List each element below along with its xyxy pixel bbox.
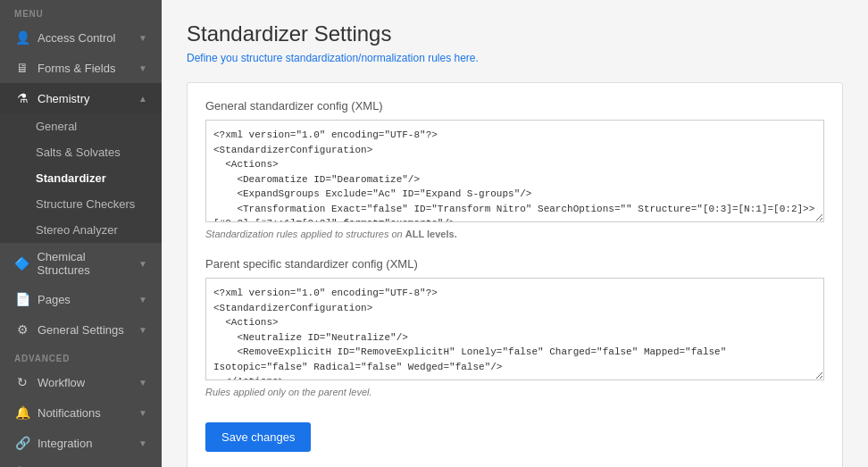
general-config-section: General standardizer config (XML) <?xml … xyxy=(205,99,824,239)
sidebar-item-integration[interactable]: 🔗 Integration ▼ xyxy=(0,428,162,458)
parent-config-note: Rules applied only on the parent level. xyxy=(205,387,824,397)
chevron-down-icon: ▼ xyxy=(138,33,147,43)
stereo-analyzer-label: Stereo Analyzer xyxy=(36,223,118,237)
sidebar-item-label: Notifications xyxy=(38,406,101,420)
sidebar-item-chemical-structures[interactable]: 🔷 Chemical Structures ▼ xyxy=(0,243,162,284)
person-icon: 👤 xyxy=(14,29,30,46)
sidebar-item-forms-fields[interactable]: 🖥 Forms & Fields ▼ xyxy=(0,53,162,83)
standardizer-label: Standardizer xyxy=(36,171,106,185)
sidebar-item-pages[interactable]: 📄 Pages ▼ xyxy=(0,284,162,314)
sidebar-item-label: Access Control xyxy=(38,31,115,45)
link-icon: 🔗 xyxy=(14,435,30,451)
chevron-down-icon: ▼ xyxy=(138,325,147,335)
chevron-down-icon: ▼ xyxy=(138,408,147,418)
sidebar-item-access-control[interactable]: 👤 Access Control ▼ xyxy=(0,22,162,53)
gear-icon: ⚙ xyxy=(14,321,30,338)
parent-config-label: Parent specific standardizer config (XML… xyxy=(205,257,824,271)
sidebar-item-label: General Settings xyxy=(38,323,124,337)
monitor-icon: 🖥 xyxy=(14,60,30,76)
advanced-section-label: ADVANCED xyxy=(0,345,162,367)
chevron-down-icon: ▼ xyxy=(138,63,147,73)
general-config-textarea[interactable]: <?xml version="1.0" encoding="UTF-8"?> <… xyxy=(205,120,824,222)
settings-card: General standardizer config (XML) <?xml … xyxy=(187,82,843,467)
general-label: General xyxy=(36,120,77,133)
sidebar-item-tools[interactable]: 🔧 Tools ▼ xyxy=(0,458,162,467)
diamond-icon: 🔷 xyxy=(14,255,29,271)
save-changes-button[interactable]: Save changes xyxy=(205,422,311,452)
chevron-up-icon: ▲ xyxy=(138,94,147,104)
sidebar-item-label: Forms & Fields xyxy=(38,62,115,75)
chevron-down-icon: ▼ xyxy=(138,378,147,388)
sidebar-item-stereo-analyzer[interactable]: Stereo Analyzer xyxy=(0,217,162,243)
chevron-down-icon: ▼ xyxy=(138,295,147,304)
sidebar-item-general-settings[interactable]: ⚙ General Settings ▼ xyxy=(0,314,162,345)
chevron-down-icon: ▼ xyxy=(138,438,147,448)
sidebar-item-salts-solvates[interactable]: Salts & Solvates xyxy=(0,139,162,165)
parent-config-section: Parent specific standardizer config (XML… xyxy=(205,257,824,397)
page-subtitle: Define you structure standardization/nor… xyxy=(187,52,843,64)
sidebar-item-chemistry[interactable]: ⚗ Chemistry ▲ xyxy=(0,83,162,113)
general-config-note-bold: ALL levels. xyxy=(405,229,457,239)
sidebar-item-standardizer[interactable]: Standardizer xyxy=(0,165,162,191)
page-icon: 📄 xyxy=(14,291,30,307)
sidebar-item-general[interactable]: General xyxy=(0,113,162,139)
general-config-note: Standardization rules applied to structu… xyxy=(205,229,824,239)
page-title: Standardizer Settings xyxy=(187,21,843,46)
sidebar-item-label: Chemical Structures xyxy=(37,250,138,277)
sidebar-item-structure-checkers[interactable]: Structure Checkers xyxy=(0,191,162,217)
bell-icon: 🔔 xyxy=(14,404,30,421)
flask-icon: ⚗ xyxy=(14,90,30,106)
parent-config-textarea[interactable]: <?xml version="1.0" encoding="UTF-8"?> <… xyxy=(205,278,824,380)
chevron-down-icon: ▼ xyxy=(138,259,147,269)
sidebar-item-notifications[interactable]: 🔔 Notifications ▼ xyxy=(0,397,162,428)
salts-label: Salts & Solvates xyxy=(36,146,121,159)
sidebar-item-label: Chemistry xyxy=(38,92,90,105)
sidebar-item-workflow[interactable]: ↻ Workflow ▼ xyxy=(0,367,162,397)
menu-section-label: MENU xyxy=(0,0,162,22)
general-config-label: General standardizer config (XML) xyxy=(205,99,824,113)
sidebar-item-label: Workflow xyxy=(38,376,85,389)
workflow-icon: ↻ xyxy=(14,374,30,390)
chemistry-submenu: General Salts & Solvates Standardizer St… xyxy=(0,113,162,243)
structure-checkers-label: Structure Checkers xyxy=(36,197,135,211)
sidebar-item-label: Integration xyxy=(38,437,92,450)
main-content: Standardizer Settings Define you structu… xyxy=(162,0,868,467)
sidebar: MENU 👤 Access Control ▼ 🖥 Forms & Fields… xyxy=(0,0,162,467)
sidebar-item-label: Pages xyxy=(38,293,71,306)
